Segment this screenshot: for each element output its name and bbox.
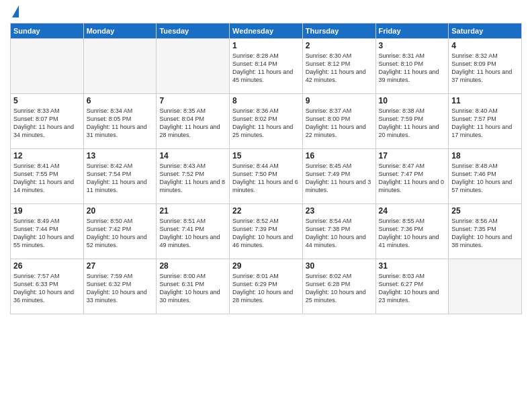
day-info: Sunrise: 8:03 AM Sunset: 6:27 PM Dayligh… <box>379 272 446 305</box>
weekday-header-tuesday: Tuesday <box>157 24 230 39</box>
day-number: 5 <box>13 96 81 105</box>
day-info: Sunrise: 8:35 AM Sunset: 8:04 PM Dayligh… <box>159 107 226 140</box>
day-info: Sunrise: 8:50 AM Sunset: 7:42 PM Dayligh… <box>87 217 154 250</box>
day-number: 1 <box>232 41 300 50</box>
weekday-header-monday: Monday <box>83 24 157 39</box>
day-info: Sunrise: 8:42 AM Sunset: 7:54 PM Dayligh… <box>87 162 154 195</box>
day-number: 13 <box>87 151 154 161</box>
day-cell <box>11 39 84 94</box>
day-cell <box>449 259 522 314</box>
day-number: 7 <box>159 96 226 105</box>
day-number: 27 <box>87 261 154 271</box>
day-cell: 15Sunrise: 8:44 AM Sunset: 7:50 PM Dayli… <box>230 149 303 204</box>
day-info: Sunrise: 8:00 AM Sunset: 6:31 PM Dayligh… <box>159 272 226 305</box>
week-row-4: 19Sunrise: 8:49 AM Sunset: 7:44 PM Dayli… <box>11 204 522 259</box>
day-cell: 5Sunrise: 8:33 AM Sunset: 8:07 PM Daylig… <box>11 94 84 149</box>
day-number: 24 <box>379 206 446 216</box>
day-info: Sunrise: 7:59 AM Sunset: 6:32 PM Dayligh… <box>87 272 154 305</box>
weekday-header-friday: Friday <box>375 24 449 39</box>
day-info: Sunrise: 8:31 AM Sunset: 8:10 PM Dayligh… <box>379 52 446 85</box>
day-cell <box>157 39 230 94</box>
day-number: 2 <box>306 41 373 50</box>
day-info: Sunrise: 8:32 AM Sunset: 8:09 PM Dayligh… <box>451 52 519 85</box>
weekday-header-sunday: Sunday <box>11 24 84 39</box>
day-info: Sunrise: 8:48 AM Sunset: 7:46 PM Dayligh… <box>451 162 519 195</box>
day-info: Sunrise: 7:57 AM Sunset: 6:33 PM Dayligh… <box>13 272 81 305</box>
day-cell: 2Sunrise: 8:30 AM Sunset: 8:12 PM Daylig… <box>302 39 375 94</box>
day-info: Sunrise: 8:52 AM Sunset: 7:39 PM Dayligh… <box>232 217 300 250</box>
day-cell: 19Sunrise: 8:49 AM Sunset: 7:44 PM Dayli… <box>11 204 84 259</box>
day-cell <box>83 39 157 94</box>
day-number: 14 <box>159 151 226 161</box>
day-info: Sunrise: 8:01 AM Sunset: 6:29 PM Dayligh… <box>232 272 300 305</box>
day-cell: 28Sunrise: 8:00 AM Sunset: 6:31 PM Dayli… <box>157 259 230 314</box>
day-info: Sunrise: 8:30 AM Sunset: 8:12 PM Dayligh… <box>306 52 373 85</box>
day-number: 10 <box>379 96 446 105</box>
weekday-header-wednesday: Wednesday <box>230 24 303 39</box>
day-info: Sunrise: 8:38 AM Sunset: 7:59 PM Dayligh… <box>379 107 446 140</box>
day-number: 11 <box>451 96 519 105</box>
day-number: 19 <box>13 206 81 216</box>
day-number: 28 <box>159 261 226 271</box>
day-number: 31 <box>379 261 446 271</box>
day-info: Sunrise: 8:28 AM Sunset: 8:14 PM Dayligh… <box>232 52 300 85</box>
day-number: 18 <box>451 151 519 161</box>
day-number: 17 <box>379 151 446 161</box>
day-info: Sunrise: 8:40 AM Sunset: 7:57 PM Dayligh… <box>451 107 519 140</box>
day-info: Sunrise: 8:55 AM Sunset: 7:36 PM Dayligh… <box>379 217 446 250</box>
day-number: 8 <box>232 96 300 105</box>
day-info: Sunrise: 8:43 AM Sunset: 7:52 PM Dayligh… <box>159 162 226 195</box>
day-cell: 30Sunrise: 8:02 AM Sunset: 6:28 PM Dayli… <box>302 259 375 314</box>
day-cell: 16Sunrise: 8:45 AM Sunset: 7:49 PM Dayli… <box>302 149 375 204</box>
day-cell: 9Sunrise: 8:37 AM Sunset: 8:00 PM Daylig… <box>302 94 375 149</box>
calendar: SundayMondayTuesdayWednesdayThursdayFrid… <box>10 23 522 314</box>
day-cell: 10Sunrise: 8:38 AM Sunset: 7:59 PM Dayli… <box>375 94 449 149</box>
day-number: 6 <box>87 96 154 105</box>
day-cell: 20Sunrise: 8:50 AM Sunset: 7:42 PM Dayli… <box>83 204 157 259</box>
week-row-5: 26Sunrise: 7:57 AM Sunset: 6:33 PM Dayli… <box>11 259 522 314</box>
logo-triangle-icon <box>12 5 19 17</box>
day-number: 20 <box>87 206 154 216</box>
day-cell: 14Sunrise: 8:43 AM Sunset: 7:52 PM Dayli… <box>157 149 230 204</box>
day-number: 21 <box>159 206 226 216</box>
day-cell: 29Sunrise: 8:01 AM Sunset: 6:29 PM Dayli… <box>230 259 303 314</box>
day-info: Sunrise: 8:47 AM Sunset: 7:47 PM Dayligh… <box>379 162 446 195</box>
day-info: Sunrise: 8:34 AM Sunset: 8:05 PM Dayligh… <box>87 107 154 140</box>
day-info: Sunrise: 8:36 AM Sunset: 8:02 PM Dayligh… <box>232 107 300 140</box>
week-row-2: 5Sunrise: 8:33 AM Sunset: 8:07 PM Daylig… <box>11 94 522 149</box>
day-number: 9 <box>306 96 373 105</box>
logo <box>10 7 19 17</box>
day-info: Sunrise: 8:54 AM Sunset: 7:38 PM Dayligh… <box>306 217 373 250</box>
day-info: Sunrise: 8:56 AM Sunset: 7:35 PM Dayligh… <box>451 217 519 250</box>
week-row-3: 12Sunrise: 8:41 AM Sunset: 7:55 PM Dayli… <box>11 149 522 204</box>
weekday-header-row: SundayMondayTuesdayWednesdayThursdayFrid… <box>11 24 522 39</box>
day-cell: 6Sunrise: 8:34 AM Sunset: 8:05 PM Daylig… <box>83 94 157 149</box>
weekday-header-saturday: Saturday <box>449 24 522 39</box>
day-info: Sunrise: 8:33 AM Sunset: 8:07 PM Dayligh… <box>13 107 81 140</box>
day-cell: 24Sunrise: 8:55 AM Sunset: 7:36 PM Dayli… <box>375 204 449 259</box>
day-cell: 23Sunrise: 8:54 AM Sunset: 7:38 PM Dayli… <box>302 204 375 259</box>
day-number: 15 <box>232 151 300 161</box>
day-cell: 27Sunrise: 7:59 AM Sunset: 6:32 PM Dayli… <box>83 259 157 314</box>
day-number: 4 <box>451 41 519 50</box>
day-cell: 22Sunrise: 8:52 AM Sunset: 7:39 PM Dayli… <box>230 204 303 259</box>
day-info: Sunrise: 8:44 AM Sunset: 7:50 PM Dayligh… <box>232 162 300 195</box>
day-cell: 31Sunrise: 8:03 AM Sunset: 6:27 PM Dayli… <box>375 259 449 314</box>
day-cell: 7Sunrise: 8:35 AM Sunset: 8:04 PM Daylig… <box>157 94 230 149</box>
day-info: Sunrise: 8:41 AM Sunset: 7:55 PM Dayligh… <box>13 162 81 195</box>
week-row-1: 1Sunrise: 8:28 AM Sunset: 8:14 PM Daylig… <box>11 39 522 94</box>
day-info: Sunrise: 8:51 AM Sunset: 7:41 PM Dayligh… <box>159 217 226 250</box>
day-cell: 18Sunrise: 8:48 AM Sunset: 7:46 PM Dayli… <box>449 149 522 204</box>
day-cell: 11Sunrise: 8:40 AM Sunset: 7:57 PM Dayli… <box>449 94 522 149</box>
day-info: Sunrise: 8:02 AM Sunset: 6:28 PM Dayligh… <box>306 272 373 305</box>
day-cell: 17Sunrise: 8:47 AM Sunset: 7:47 PM Dayli… <box>375 149 449 204</box>
day-cell: 3Sunrise: 8:31 AM Sunset: 8:10 PM Daylig… <box>375 39 449 94</box>
day-cell: 21Sunrise: 8:51 AM Sunset: 7:41 PM Dayli… <box>157 204 230 259</box>
header <box>10 7 522 17</box>
day-info: Sunrise: 8:45 AM Sunset: 7:49 PM Dayligh… <box>306 162 373 195</box>
day-number: 23 <box>306 206 373 216</box>
day-number: 30 <box>306 261 373 271</box>
day-number: 26 <box>13 261 81 271</box>
weekday-header-thursday: Thursday <box>302 24 375 39</box>
day-number: 29 <box>232 261 300 271</box>
